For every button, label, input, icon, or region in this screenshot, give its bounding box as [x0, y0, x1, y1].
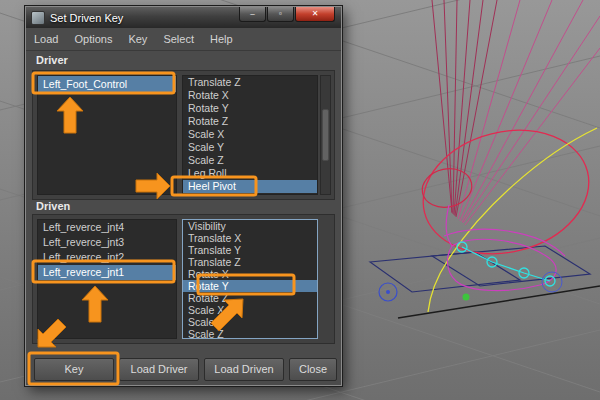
driver-section-label: Driver [36, 54, 68, 66]
load-driven-button[interactable]: Load Driven [204, 358, 284, 381]
driven-attribute-item[interactable]: Translate X [183, 232, 317, 244]
driver-attributes-scrollbar[interactable] [320, 75, 331, 195]
menu-load[interactable]: Load [26, 28, 66, 50]
driver-attribute-list: Translate Z Rotate X Rotate Y Rotate Z S… [182, 75, 318, 195]
driven-object-item-selected[interactable]: Left_reverce_jnt1 [38, 265, 176, 280]
driver-attribute-item[interactable]: Translate Z [183, 76, 317, 89]
driver-object-item[interactable]: Left_Foot_Control [38, 76, 176, 92]
driven-panel: Left_reverce_jnt4 Left_reverce_jnt3 Left… [32, 214, 335, 344]
driven-attribute-item-selected[interactable]: Rotate Y [183, 280, 317, 292]
driven-object-item[interactable]: Left_reverce_jnt2 [38, 250, 176, 265]
driven-object-item[interactable]: Left_reverce_jnt3 [38, 235, 176, 250]
driven-attribute-item[interactable]: Scale Y [183, 316, 317, 328]
driver-attribute-item[interactable]: Rotate X [183, 89, 317, 102]
menu-select[interactable]: Select [155, 28, 202, 50]
driven-attribute-item[interactable]: Translate Y [183, 244, 317, 256]
menu-key[interactable]: Key [120, 28, 155, 50]
driven-attribute-item[interactable]: Scale Z [183, 328, 317, 339]
driver-panel: Left_Foot_Control Translate Z Rotate X R… [32, 70, 335, 200]
driven-object-list: Left_reverce_jnt4 Left_reverce_jnt3 Left… [37, 219, 177, 339]
load-driver-button[interactable]: Load Driver [119, 358, 199, 381]
driver-attribute-item[interactable]: Toe Pivot [183, 193, 317, 195]
driver-attribute-item[interactable]: Scale Y [183, 141, 317, 154]
driver-attribute-item[interactable]: Rotate Z [183, 115, 317, 128]
menu-options[interactable]: Options [66, 28, 120, 50]
key-button[interactable]: Key [34, 358, 114, 381]
close-button[interactable]: Close [289, 358, 337, 381]
scrollbar-thumb[interactable] [322, 109, 329, 161]
driven-attribute-list: Visibility Translate X Translate Y Trans… [182, 219, 318, 339]
driver-attribute-item[interactable]: Rotate Y [183, 102, 317, 115]
driven-section-label: Driven [36, 200, 70, 212]
driven-attribute-item[interactable]: Translate Z [183, 256, 317, 268]
maximize-button[interactable]: ▫ [267, 7, 294, 22]
minimize-button[interactable]: – [239, 7, 266, 22]
driver-object-list: Left_Foot_Control [37, 75, 177, 195]
driven-attribute-item[interactable]: Visibility [183, 220, 317, 232]
menu-bar: Load Options Key Select Help [26, 28, 341, 51]
driven-object-item[interactable]: Left_reverce_jnt4 [38, 220, 176, 235]
screen: Set Driven Key – ▫ ✕ Load Options Key Se… [0, 0, 600, 400]
driver-attribute-item[interactable]: Scale X [183, 128, 317, 141]
driven-attribute-item[interactable]: Rotate X [183, 268, 317, 280]
set-driven-key-window: Set Driven Key – ▫ ✕ Load Options Key Se… [25, 6, 342, 386]
driver-attribute-item[interactable]: Scale Z [183, 154, 317, 167]
menu-help[interactable]: Help [202, 28, 241, 50]
driver-attribute-item-selected[interactable]: Heel Pivot [183, 180, 317, 193]
close-icon[interactable]: ✕ [295, 7, 335, 22]
window-icon [31, 11, 45, 25]
titlebar[interactable]: Set Driven Key – ▫ ✕ [26, 7, 341, 29]
driven-attribute-item[interactable]: Rotate Z [183, 292, 317, 304]
driven-attribute-item[interactable]: Scale X [183, 304, 317, 316]
driver-attribute-item[interactable]: Leg Roll [183, 167, 317, 180]
window-controls: – ▫ ✕ [238, 7, 335, 22]
green-vertex-dot [463, 294, 470, 301]
